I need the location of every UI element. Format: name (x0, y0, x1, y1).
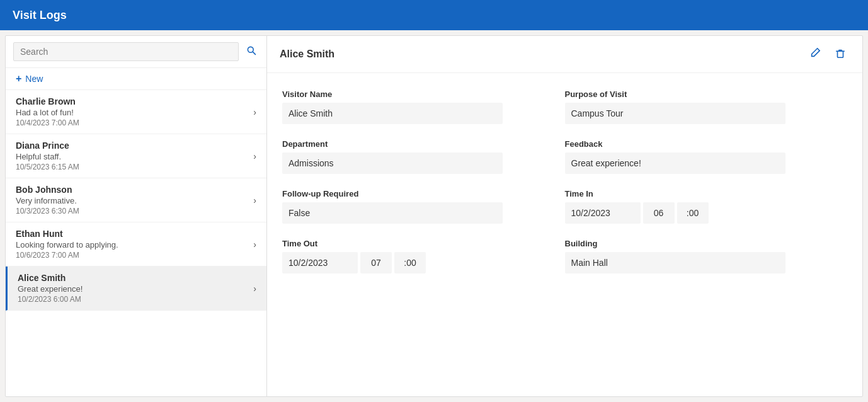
time-out-group: Time Out 10/2/2023 07 :00 (282, 233, 565, 282)
time-out-row: 10/2/2023 07 :00 (282, 252, 559, 273)
time-out-date: 10/2/2023 (282, 252, 358, 273)
list-item-name: Alice Smith (18, 273, 253, 283)
visit-list: Charlie Brown Had a lot of fun! 10/4/202… (6, 90, 266, 396)
plus-icon: + (16, 73, 21, 84)
app-title: Visit Logs (13, 9, 67, 22)
department-label: Department (282, 139, 559, 149)
list-item-name: Bob Johnson (16, 185, 253, 195)
list-item-date: 10/3/2023 6:30 AM (16, 207, 253, 215)
edit-button[interactable] (806, 45, 825, 64)
list-item[interactable]: Ethan Hunt Looking forward to applying. … (6, 222, 266, 267)
list-item-content: Diana Prince Helpful staff. 10/5/2023 6:… (16, 141, 253, 171)
time-out-min: :00 (394, 252, 426, 273)
edit-icon (809, 47, 821, 59)
list-item-name: Charlie Brown (16, 96, 253, 106)
list-item-content: Bob Johnson Very informative. 10/3/2023 … (16, 185, 253, 215)
time-in-label: Time In (565, 189, 842, 198)
chevron-right-icon: › (253, 239, 256, 250)
purpose-value: Campus Tour (565, 103, 785, 124)
detail-header: Alice Smith (267, 36, 862, 73)
list-item-feedback: Very informative. (16, 196, 253, 205)
left-panel: + New Charlie Brown Had a lot of fun! 10… (6, 36, 267, 396)
list-item-name: Diana Prince (16, 141, 253, 151)
feedback-value: Great experience! (565, 152, 785, 174)
chevron-right-icon: › (253, 151, 256, 161)
building-group: Building Main Hall (565, 233, 848, 282)
svg-line-1 (253, 52, 255, 54)
list-item-feedback: Had a lot of fun! (16, 108, 253, 117)
list-item-feedback: Looking forward to applying. (16, 240, 253, 250)
time-in-min: :00 (677, 202, 709, 224)
purpose-label: Purpose of Visit (565, 89, 842, 99)
time-out-hour: 07 (360, 252, 392, 273)
list-item-date: 10/6/2023 7:00 AM (16, 251, 253, 260)
list-item-content: Charlie Brown Had a lot of fun! 10/4/202… (16, 96, 253, 127)
visitor-name-label: Visitor Name (282, 89, 559, 99)
list-item-name: Ethan Hunt (16, 229, 253, 239)
trash-icon (835, 47, 846, 59)
time-in-row: 10/2/2023 06 :00 (565, 202, 842, 224)
visitor-name-group: Visitor Name Alice Smith (282, 83, 565, 133)
detail-title: Alice Smith (280, 49, 334, 60)
header: Visit Logs (0, 0, 868, 30)
list-item-date: 10/4/2023 7:00 AM (16, 118, 253, 127)
right-panel: Alice Smith (267, 36, 862, 396)
list-item[interactable]: Charlie Brown Had a lot of fun! 10/4/202… (6, 90, 266, 134)
time-out-label: Time Out (282, 239, 559, 248)
building-value: Main Hall (565, 252, 785, 273)
app-container: Visit Logs + New (0, 0, 868, 402)
list-item-feedback: Helpful staff. (16, 152, 253, 161)
list-item[interactable]: Diana Prince Helpful staff. 10/5/2023 6:… (6, 134, 266, 178)
delete-button[interactable] (831, 45, 850, 64)
department-value: Admissions (282, 152, 503, 174)
main-content: + New Charlie Brown Had a lot of fun! 10… (5, 35, 863, 397)
chevron-right-icon: › (253, 107, 256, 117)
search-bar (6, 36, 266, 68)
chevron-right-icon: › (253, 195, 256, 205)
search-button[interactable] (244, 43, 259, 60)
list-item-feedback: Great experience! (18, 284, 253, 294)
time-in-date: 10/2/2023 (565, 202, 641, 224)
list-item-content: Ethan Hunt Looking forward to applying. … (16, 229, 253, 260)
list-item[interactable]: Alice Smith Great experience! 10/2/2023 … (6, 267, 266, 311)
time-in-group: Time In 10/2/2023 06 :00 (565, 183, 848, 233)
feedback-label: Feedback (565, 139, 842, 149)
fields-grid: Visitor Name Alice Smith Purpose of Visi… (282, 83, 847, 282)
search-icon (246, 45, 256, 55)
list-item[interactable]: Bob Johnson Very informative. 10/3/2023 … (6, 178, 266, 222)
chevron-right-icon: › (253, 284, 256, 294)
department-group: Department Admissions (282, 133, 565, 183)
visitor-name-value: Alice Smith (282, 103, 503, 124)
purpose-group: Purpose of Visit Campus Tour (565, 83, 848, 133)
detail-actions (806, 45, 850, 64)
search-input[interactable] (13, 42, 239, 61)
detail-body: Visitor Name Alice Smith Purpose of Visi… (267, 73, 862, 396)
list-item-date: 10/5/2023 6:15 AM (16, 163, 253, 171)
followup-group: Follow-up Required False (282, 183, 565, 233)
list-item-date: 10/2/2023 6:00 AM (18, 295, 253, 304)
followup-value: False (282, 202, 503, 224)
new-button-label: New (25, 74, 43, 84)
time-in-hour: 06 (643, 202, 675, 224)
feedback-group: Feedback Great experience! (565, 133, 848, 183)
building-label: Building (565, 239, 842, 248)
svg-rect-2 (838, 51, 843, 57)
list-item-content: Alice Smith Great experience! 10/2/2023 … (18, 273, 253, 304)
followup-label: Follow-up Required (282, 189, 559, 198)
new-button[interactable]: + New (6, 68, 266, 90)
